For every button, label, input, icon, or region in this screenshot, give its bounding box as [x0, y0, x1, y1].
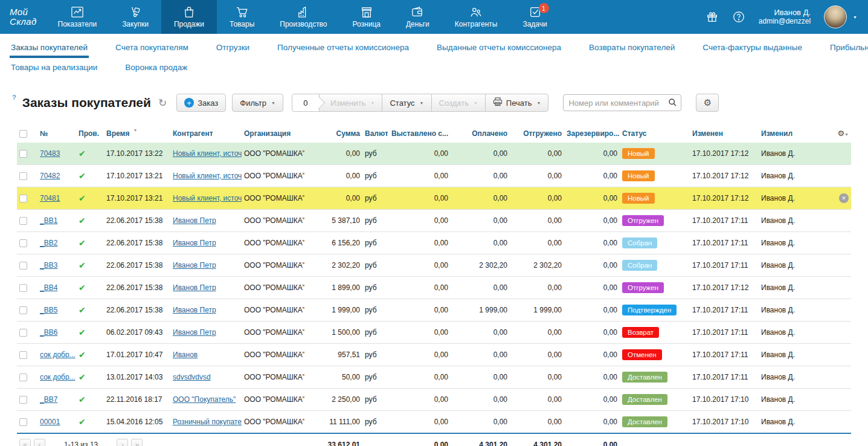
nav-item-purchases[interactable]: Закупки	[109, 0, 161, 34]
chevron-down-icon[interactable]: ▼	[853, 15, 857, 19]
order-number-link[interactable]: 70481	[40, 194, 60, 202]
page-help-icon[interactable]: ?	[12, 94, 16, 101]
search-icon[interactable]	[668, 98, 677, 109]
row-checkbox[interactable]	[19, 306, 27, 314]
counterparty-link[interactable]: sdvsdvdvsd	[173, 373, 211, 381]
status-badge[interactable]: Подтвержден	[622, 305, 677, 315]
header-currency[interactable]: Валюта	[362, 124, 388, 143]
header-shipped[interactable]: Отгружено	[510, 124, 564, 143]
order-number-link[interactable]: _ВВ5	[40, 306, 57, 314]
row-checkbox[interactable]	[19, 329, 27, 337]
tab-customer-invoices[interactable]: Счета покупателям	[114, 34, 190, 59]
header-changed-by[interactable]: Изменил	[759, 124, 818, 143]
select-all-checkbox[interactable]	[19, 130, 27, 138]
status-badge[interactable]: Новый	[622, 148, 655, 159]
table-row[interactable]: _ВВ4✔22.06.2017 15:38Иванов ПетрООО "РОМ…	[17, 277, 851, 299]
order-number-link[interactable]: 70482	[40, 172, 60, 180]
table-row[interactable]: сок добр...✔17.01.2017 10:47ИвановООО "Р…	[17, 344, 851, 366]
header-sum[interactable]: Сумма	[304, 124, 362, 143]
row-checkbox[interactable]	[19, 172, 27, 180]
status-badge[interactable]: Новый	[622, 170, 655, 181]
status-badge[interactable]: Отменен	[622, 349, 662, 360]
header-invoiced[interactable]: Выставлено с...	[388, 124, 451, 143]
header-organization[interactable]: Организация	[242, 124, 304, 143]
nav-item-retail[interactable]: Розница	[340, 0, 393, 34]
first-page-button[interactable]: «	[19, 439, 31, 446]
counterparty-link[interactable]: Иванов Петр	[173, 239, 216, 247]
nav-item-production[interactable]: Производство	[267, 0, 339, 34]
row-checkbox[interactable]	[19, 396, 27, 404]
counterparty-link[interactable]: Новый клиент, источ...	[173, 194, 242, 202]
row-checkbox[interactable]	[19, 373, 27, 381]
tab-received-commission-reports[interactable]: Полученные отчеты комиссионера	[276, 34, 410, 59]
order-number-link[interactable]: _ВВ1	[40, 216, 57, 225]
last-page-button[interactable]: »	[131, 439, 143, 446]
nav-item-goods[interactable]: Товары	[217, 0, 267, 34]
table-row[interactable]: _ВВ3✔22.06.2017 15:38Иванов ПетрООО "РОМ…	[17, 254, 851, 277]
header-counterparty[interactable]: Контрагент	[170, 124, 242, 143]
counterparty-link[interactable]: ООО "Покупатель"	[173, 395, 236, 404]
order-number-link[interactable]: _ВВ6	[40, 328, 57, 337]
refresh-icon[interactable]: ↻	[158, 97, 167, 109]
status-button[interactable]: Статус ▼	[382, 94, 431, 112]
table-row[interactable]: 70483✔17.10.2017 13:22Новый клиент, исто…	[17, 143, 851, 165]
table-row[interactable]: сок добр...✔13.01.2017 14:03sdvsdvdvsdОО…	[17, 366, 851, 389]
user-avatar[interactable]	[824, 5, 847, 28]
counterparty-link[interactable]: Новый клиент, источ...	[173, 172, 242, 180]
row-checkbox[interactable]	[19, 351, 27, 359]
header-approved[interactable]: Пров.	[76, 124, 104, 143]
tab-shipments[interactable]: Отгрузки	[215, 34, 251, 59]
counterparty-link[interactable]: Иванов Петр	[173, 328, 216, 337]
status-badge[interactable]: Доставлен	[622, 394, 667, 405]
tab-issued-commission-reports[interactable]: Выданные отчеты комиссионера	[436, 34, 562, 59]
edit-button[interactable]: Изменить ▼	[319, 94, 383, 112]
status-badge[interactable]: Отгружен	[622, 215, 664, 226]
status-badge[interactable]: Отгружен	[622, 282, 664, 293]
row-checkbox[interactable]	[19, 262, 27, 270]
tab-customer-orders[interactable]: Заказы покупателей	[10, 34, 89, 59]
status-badge[interactable]: Возврат	[622, 327, 659, 338]
nav-item-counterparties[interactable]: Контрагенты	[442, 0, 510, 34]
settings-gear-button[interactable]: ⚙	[696, 94, 719, 112]
status-badge[interactable]: Доставлен	[622, 416, 667, 427]
status-badge[interactable]: Собран	[622, 238, 657, 248]
close-icon[interactable]: ✕	[839, 193, 849, 203]
table-row[interactable]: _ВВ2✔22.06.2017 15:38Иванов ПетрООО "РОМ…	[17, 232, 851, 254]
row-checkbox[interactable]	[19, 217, 27, 225]
nav-item-indicators[interactable]: Показатели	[45, 0, 110, 34]
order-number-link[interactable]: 70483	[40, 149, 60, 158]
tab-sales-funnel[interactable]: Воронка продаж	[124, 59, 188, 79]
tab-customer-returns[interactable]: Возвраты покупателей	[588, 34, 676, 59]
filter-button[interactable]: Фильтр ▼	[232, 94, 283, 112]
header-number[interactable]: №	[37, 124, 76, 143]
counterparty-link[interactable]: Новый клиент, источ...	[173, 149, 242, 158]
tab-goods-on-consignment[interactable]: Товары на реализации	[10, 59, 98, 79]
table-row[interactable]: _ВВ1✔22.06.2017 15:38Иванов ПетрООО "РОМ…	[17, 210, 851, 232]
counterparty-link[interactable]: Иванов Петр	[173, 306, 216, 314]
status-badge[interactable]: Новый	[622, 193, 655, 204]
table-row[interactable]: 00001✔15.04.2016 12:05Розничный покупате…	[17, 411, 851, 434]
status-badge[interactable]: Доставлен	[622, 372, 667, 383]
nav-item-tasks[interactable]: Задачи 1	[510, 0, 559, 34]
tab-issued-vat-invoices[interactable]: Счета-фактуры выданные	[701, 34, 803, 59]
nav-item-money[interactable]: Деньги	[393, 0, 442, 34]
order-number-link[interactable]: 00001	[40, 418, 60, 426]
counterparty-link[interactable]: Иванов	[173, 351, 198, 359]
header-time[interactable]: Время▼	[104, 124, 170, 143]
header-status[interactable]: Статус	[620, 124, 690, 143]
table-row[interactable]: _ВВ7✔22.11.2016 18:17ООО "Покупатель"ООО…	[17, 389, 851, 411]
order-number-link[interactable]: _ВВ4	[40, 283, 57, 292]
counterparty-link[interactable]: Иванов Петр	[173, 283, 216, 292]
row-checkbox[interactable]	[19, 418, 27, 426]
new-order-button[interactable]: + Заказ	[176, 94, 226, 112]
header-changed[interactable]: Изменен	[690, 124, 759, 143]
header-reserved[interactable]: Зарезервиро...	[564, 124, 620, 143]
row-checkbox[interactable]	[19, 239, 27, 247]
header-paid[interactable]: Оплачено	[451, 124, 510, 143]
gift-icon[interactable]	[706, 10, 719, 24]
table-row[interactable]: _ВВ5✔22.06.2017 15:38Иванов ПетрООО "РОМ…	[17, 299, 851, 322]
order-number-link[interactable]: _ВВ2	[40, 239, 57, 247]
table-row[interactable]: _ВВ6✔06.02.2017 09:43Иванов ПетрООО "РОМ…	[17, 322, 851, 344]
counterparty-link[interactable]: Иванов Петр	[173, 216, 216, 225]
app-logo[interactable]: Мой Склад	[0, 0, 45, 34]
